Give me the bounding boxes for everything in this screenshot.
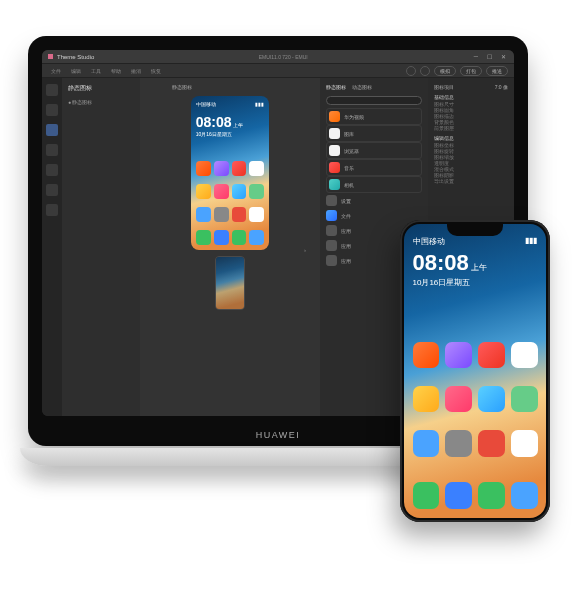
property-row[interactable]: 图标描边 — [434, 114, 508, 119]
icon-list-row[interactable]: 设置 — [326, 193, 422, 208]
app-icon — [326, 240, 337, 251]
phone-homescreen: 中国移动 ▮▮▮ 08:08上午 10月16日星期五 — [404, 224, 546, 518]
props-section-2: 编辑信息 — [434, 135, 508, 141]
app-icon — [329, 145, 340, 156]
app-icon — [196, 161, 211, 176]
toolbar-circle-2[interactable] — [420, 66, 430, 76]
icon-list-row[interactable]: 图库 — [326, 125, 422, 142]
icon-search-input[interactable] — [326, 96, 422, 105]
dock-icon — [232, 230, 247, 245]
app-icon[interactable] — [445, 386, 472, 413]
app-icon[interactable] — [478, 342, 505, 369]
app-icon[interactable] — [413, 386, 440, 413]
app-icon — [329, 179, 340, 190]
list-tab-dynamic[interactable]: 动态图标 — [352, 84, 372, 90]
tree-title: 静态图标 — [68, 84, 134, 93]
app-icon — [249, 184, 264, 199]
app-icon[interactable] — [478, 386, 505, 413]
toolbar-push[interactable]: 推送 — [486, 66, 508, 76]
clock-time: 08:08 — [413, 250, 469, 275]
dock-phone-icon[interactable] — [413, 482, 440, 509]
app-icon[interactable] — [511, 386, 538, 413]
property-row[interactable]: 背景颜色 — [434, 120, 508, 125]
icon-list-label: 应用 — [341, 243, 351, 249]
dock-messages-icon[interactable] — [478, 482, 505, 509]
menu-tools[interactable]: 工具 — [88, 67, 104, 75]
canvas-next-icon[interactable]: › — [304, 247, 314, 257]
icon-list-row[interactable]: 相机 — [326, 176, 422, 193]
dock — [413, 482, 538, 509]
homescreen-thumb — [216, 257, 244, 309]
rail-item-6[interactable] — [46, 204, 58, 216]
icon-list-row[interactable]: 浏览器 — [326, 142, 422, 159]
app-row-3 — [413, 430, 538, 457]
app-icon — [249, 161, 264, 176]
property-row[interactable]: 导出设置 — [434, 179, 508, 184]
props-ratio: 7:0 像 — [495, 84, 508, 90]
rail-item-5[interactable] — [46, 184, 58, 196]
app-icon[interactable] — [413, 342, 440, 369]
rail-item-4[interactable] — [46, 164, 58, 176]
toolbar-simulate[interactable]: 模拟 — [434, 66, 456, 76]
window-maximize[interactable]: ☐ — [486, 53, 494, 60]
property-row[interactable]: 透明度 — [434, 161, 508, 166]
window-close[interactable]: ✕ — [500, 53, 508, 60]
dock-browser-icon[interactable] — [511, 482, 538, 509]
rail-item-0[interactable] — [46, 84, 58, 96]
app-icon[interactable] — [511, 430, 538, 457]
property-row[interactable]: 图标坐标 — [434, 143, 508, 148]
clock-date: 10月16日星期五 — [196, 131, 244, 137]
app-icon — [232, 184, 247, 199]
list-tab-static[interactable]: 静态图标 — [326, 84, 346, 90]
property-row[interactable]: 图标缩放 — [434, 155, 508, 160]
toolbar-undo[interactable]: 撤消 — [128, 67, 144, 75]
icon-list-row[interactable]: 音乐 — [326, 159, 422, 176]
window-subtitle: EMUI11.0 720 - EMUI — [259, 54, 308, 60]
app-row-2 — [196, 184, 265, 199]
app-icon — [326, 210, 337, 221]
app-icon — [329, 128, 340, 139]
status-battery-icon: ▮▮▮ — [255, 101, 264, 107]
window-minimize[interactable]: ─ — [472, 53, 480, 60]
phone-thumbnail[interactable] — [215, 256, 245, 310]
app-icon — [232, 161, 247, 176]
status-carrier: 中国移动 — [413, 236, 445, 247]
app-icon[interactable] — [478, 430, 505, 457]
property-row[interactable]: 混合模式 — [434, 167, 508, 172]
icon-list-label: 文件 — [341, 213, 351, 219]
property-row[interactable]: 图标阴影 — [434, 173, 508, 178]
property-row[interactable]: 图标尺寸 — [434, 102, 508, 107]
menu-file[interactable]: 文件 — [48, 67, 64, 75]
menu-help[interactable]: 帮助 — [108, 67, 124, 75]
app-icon — [249, 207, 264, 222]
app-icon — [326, 255, 337, 266]
dock-contacts-icon[interactable] — [445, 482, 472, 509]
rail-item-2[interactable] — [46, 124, 58, 136]
clock-time: 08:08 — [196, 114, 232, 130]
toolbar-redo[interactable]: 恢复 — [148, 67, 164, 75]
toolbar-package[interactable]: 打包 — [460, 66, 482, 76]
app-row-2 — [413, 386, 538, 413]
menu-edit[interactable]: 编辑 — [68, 67, 84, 75]
app-icon — [214, 184, 229, 199]
app-icon — [48, 54, 53, 59]
app-icon — [214, 207, 229, 222]
property-row[interactable]: 图标旋转 — [434, 149, 508, 154]
toolbar-circle-1[interactable] — [406, 66, 416, 76]
icon-list-row[interactable]: 华为视频 — [326, 108, 422, 125]
phone-preview[interactable]: 中国移动 ▮▮▮ 08:08上午 10月16日星期五 — [191, 96, 269, 250]
app-row-1 — [413, 342, 538, 369]
property-row[interactable]: 前景图层 — [434, 126, 508, 131]
phone-device: 中国移动 ▮▮▮ 08:08上午 10月16日星期五 — [400, 220, 550, 522]
app-icon[interactable] — [445, 342, 472, 369]
tree-item-0[interactable]: ● 静态图标 — [68, 99, 134, 105]
property-row[interactable]: 图标圆角 — [434, 108, 508, 113]
icon-list-label: 华为视频 — [344, 114, 364, 120]
app-icon[interactable] — [413, 430, 440, 457]
app-icon[interactable] — [511, 342, 538, 369]
icon-list-row[interactable]: 文件 — [326, 208, 422, 223]
app-icon[interactable] — [445, 430, 472, 457]
rail-item-3[interactable] — [46, 144, 58, 156]
rail-item-1[interactable] — [46, 104, 58, 116]
app-row-1 — [196, 161, 265, 176]
